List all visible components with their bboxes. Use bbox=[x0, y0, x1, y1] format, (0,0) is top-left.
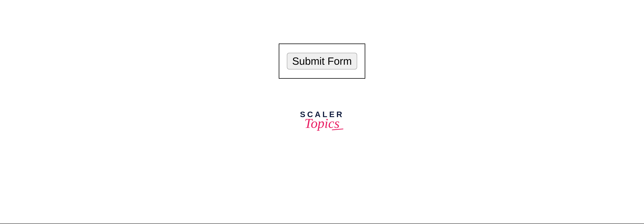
logo-sub-text: Topics bbox=[304, 116, 340, 131]
main-container: Submit Form SCALER Topics bbox=[0, 0, 644, 224]
submit-button[interactable]: Submit Form bbox=[287, 53, 357, 69]
button-frame: Submit Form bbox=[279, 43, 365, 79]
scaler-logo: SCALER Topics bbox=[300, 110, 344, 131]
